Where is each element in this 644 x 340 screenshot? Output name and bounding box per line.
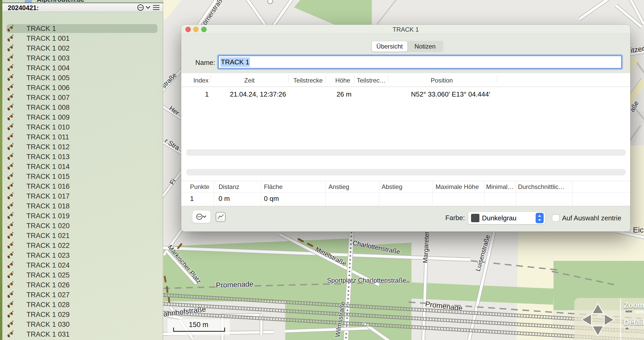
pan-down-button[interactable] [591,325,605,337]
track-detail-dialog: TRACK 1 Übersicht Notizen Name: TRACK 1 … [181,25,630,232]
stats-column-header[interactable]: Fläche [264,183,283,191]
track-label: TRACK 1 027 [26,291,70,299]
empty-row-stripe [186,169,626,175]
track-list-item[interactable]: TRACK 1 031 [6,330,157,339]
column-separator[interactable] [497,75,497,83]
track-list-item[interactable]: TRACK 1 007 [6,93,157,102]
track-list-item[interactable]: TRACK 1 004 [6,64,157,72]
points-column-header[interactable]: Teilstrec… [357,77,386,84]
tab-notizen[interactable]: Notizen [407,41,443,52]
track-list-item[interactable]: TRACK 1 005 [6,73,157,82]
track-list-item[interactable]: TRACK 1 025 [6,271,157,280]
track-list-item[interactable]: TRACK 1 010 [6,123,157,132]
dialog-titlebar[interactable]: TRACK 1 [181,25,630,34]
stats-column-header[interactable]: Distanz [219,183,239,191]
center-on-selection-checkbox[interactable] [552,214,559,221]
column-separator[interactable] [261,181,261,206]
track-label: TRACK 1 022 [26,242,70,250]
track-list-item[interactable]: TRACK 1 002 [6,44,157,53]
track-list-item[interactable]: TRACK 1 022 [6,241,157,250]
track-list-item[interactable]: TRACK 1 001 [6,34,157,43]
track-list-item[interactable]: TRACK 1 019 [6,212,157,220]
track-label: TRACK 1 025 [26,271,70,279]
track-label: TRACK 1 011 [26,133,69,141]
tab-uebersicht[interactable]: Übersicht [372,41,407,52]
track-list-item[interactable]: TRACK 1 006 [6,83,157,92]
stats-column-header[interactable]: Abstieg [382,183,402,191]
stats-column-header[interactable]: Durchschnittlic… [518,183,565,191]
column-separator[interactable] [572,181,572,206]
track-list-item[interactable]: TRACK 1 009 [6,113,157,122]
track-list-item[interactable]: TRACK 1 003 [6,54,157,63]
track-list-item[interactable]: TRACK 1 027 [6,290,157,299]
track-list-item[interactable]: TRACK 1 020 [6,221,157,230]
track-list-item[interactable]: TRACK 1 016 [6,182,157,191]
chevron-down-icon[interactable] [146,6,150,9]
column-separator[interactable] [325,181,326,206]
name-label: Name: [181,59,215,67]
track-list-item[interactable]: TRACK 1 023 [6,251,157,260]
points-column-header[interactable]: Zeit [244,77,255,84]
track-list-item[interactable]: TRACK 1 021 [6,231,157,240]
track-list-item[interactable]: TRACK 1 024 [6,261,157,270]
stats-column-header[interactable]: Maximale Höhe [436,183,479,191]
track-list-item[interactable]: TRACK 1 [6,24,157,33]
stats-cell: 1 [190,195,194,203]
street-name-label: Eic [633,226,644,234]
stats-column-header[interactable]: Anstieg [328,183,349,191]
track-list-item[interactable]: TRACK 1 008 [6,103,157,112]
street-name-label: Promenade [216,280,254,289]
column-separator[interactable] [325,75,326,83]
column-separator[interactable] [211,75,211,83]
track-list: TRACK 1TRACK 1 001TRACK 1 002TRACK 1 003… [0,12,163,340]
footprints-icon [6,94,14,101]
points-column-header[interactable]: Index [193,77,209,84]
hamburger-menu-icon[interactable] [153,4,160,11]
stats-column-header[interactable]: Minimal… [486,183,514,191]
points-column-header[interactable]: Teilstrecke [293,77,323,84]
dialog-tabbar: Übersicht Notizen [371,41,443,52]
track-list-item[interactable]: TRACK 1 012 [6,142,157,151]
elevation-chart-button[interactable] [214,211,227,223]
track-list-item[interactable]: TRACK 1 015 [6,172,157,181]
dialog-title: TRACK 1 [181,26,630,33]
column-separator[interactable] [289,75,289,83]
column-separator[interactable] [432,181,432,206]
column-separator[interactable] [516,181,516,206]
track-list-item[interactable]: TRACK 1 026 [6,281,157,289]
track-list-item[interactable]: TRACK 1 018 [6,202,157,210]
track-label: TRACK 1 016 [26,182,70,191]
actions-menu-button[interactable] [192,210,211,223]
zoom-slider-track[interactable] [635,310,644,313]
points-column-header[interactable]: Position [431,77,453,84]
track-list-item[interactable]: TRACK 1 014 [6,162,157,171]
track-list-item[interactable]: TRACK 1 030 [6,320,157,329]
color-dropdown[interactable]: Dunkelgrau [468,212,545,224]
map-scale-bar: 150 m [167,319,230,335]
column-separator[interactable] [379,181,379,206]
stats-column-header[interactable]: Punkte [190,183,209,191]
track-list-item[interactable]: TRACK 1 029 [6,310,157,319]
footprints-icon [6,330,14,338]
column-separator[interactable] [354,75,354,83]
column-separator[interactable] [484,181,485,206]
footprints-icon [6,35,14,42]
column-separator[interactable] [214,181,214,206]
column-separator[interactable] [388,75,388,83]
points-cell: N52° 33.060' E13° 04.444' [411,90,490,98]
more-options-icon[interactable] [137,4,144,11]
footprints-icon [6,173,14,180]
details-slider-handle[interactable] [625,328,629,330]
name-input[interactable]: TRACK 1 [218,56,622,69]
track-list-item[interactable]: TRACK 1 011 [6,133,157,141]
track-label: TRACK 1 030 [26,321,70,329]
track-list-item[interactable]: TRACK 1 028 [6,300,157,309]
stats-header-divider [181,193,630,193]
track-list-item[interactable]: TRACK 1 017 [6,192,157,201]
track-label: TRACK 1 028 [26,301,70,309]
zoom-slider-handle[interactable] [625,310,632,312]
track-list-item[interactable]: TRACK 1 013 [6,152,157,161]
scale-bar-line [173,328,225,332]
footprints-icon [6,202,14,210]
points-column-header[interactable]: Höhe [335,77,350,84]
